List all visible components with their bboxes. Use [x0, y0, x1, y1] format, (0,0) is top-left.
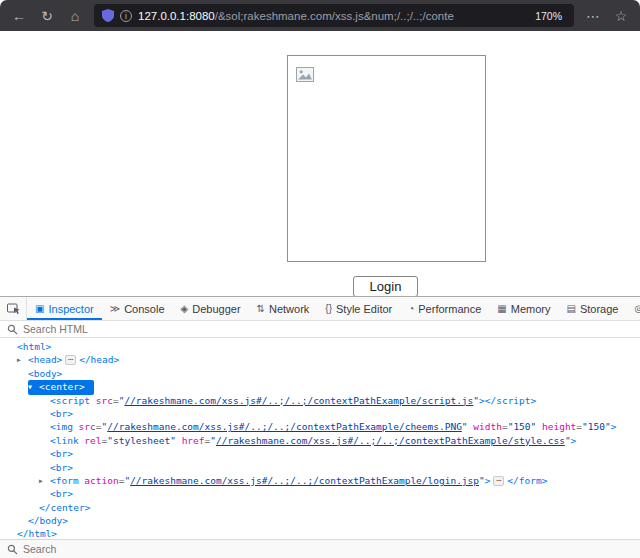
- tab-label: Performance: [418, 303, 481, 315]
- markup-view: <html>▶<head>⋯</head><body>▼<center><scr…: [0, 338, 640, 539]
- zoom-level-badge[interactable]: 170%: [531, 9, 566, 23]
- twisty-expanded-icon[interactable]: ▼: [28, 381, 39, 394]
- tab-label: Inspector: [48, 303, 93, 315]
- tab-accessibility[interactable]: ◎Accessibility: [626, 297, 640, 320]
- twisty-collapsed-icon[interactable]: ▶: [39, 475, 50, 488]
- search-html-placeholder: Search HTML: [23, 323, 88, 335]
- markup-line[interactable]: </body>: [0, 514, 640, 527]
- home-icon[interactable]: ⌂: [62, 4, 88, 28]
- tab-inspector[interactable]: ▣Inspector: [27, 297, 102, 320]
- markup-token-tag: </center>: [39, 502, 90, 513]
- markup-token-tag: <link: [50, 435, 79, 446]
- markup-line[interactable]: <link rel="stylesheet" href="//rakeshman…: [0, 434, 640, 447]
- tab-label: Style Editor: [336, 303, 392, 315]
- url-text[interactable]: 127.0.0.1:8080/&sol;rakeshmane.com/xss.j…: [138, 10, 525, 22]
- markup-search-bar[interactable]: Search HTML: [0, 321, 640, 338]
- markup-token-attr: src: [73, 421, 96, 432]
- markup-token-tag: <body>: [28, 368, 62, 379]
- markup-token-attr: rel: [79, 435, 102, 446]
- markup-token-val: 150: [588, 421, 605, 432]
- search-icon: [7, 544, 18, 555]
- markup-line[interactable]: </html>: [0, 527, 640, 539]
- tab-console[interactable]: ≫Console: [102, 297, 173, 320]
- console-icon: ≫: [110, 303, 120, 314]
- devtools-bottom-search-bar[interactable]: Search: [0, 539, 640, 558]
- markup-token-tag: </body>: [28, 515, 68, 526]
- markup-token-val: 150: [513, 421, 530, 432]
- markup-token-link[interactable]: //rakeshmane.com/xss.js#/..;/..;/context…: [216, 435, 565, 446]
- tab-debugger[interactable]: ◈Debugger: [173, 297, 249, 320]
- markup-token-attr: src: [90, 395, 113, 406]
- markup-line[interactable]: <br>: [0, 447, 640, 460]
- markup-token-tag: <script: [50, 395, 90, 406]
- markup-token-tag: <html>: [17, 341, 51, 352]
- collapsed-content-badge[interactable]: ⋯: [493, 476, 504, 486]
- devtools-panel: ▣Inspector≫Console◈Debugger⇅Network{}Sty…: [0, 296, 640, 558]
- markup-line[interactable]: <html>: [0, 340, 640, 353]
- markup-line[interactable]: <script src="//rakeshmane.com/xss.js#/..…: [0, 394, 640, 407]
- markup-line[interactable]: </center>: [0, 501, 640, 514]
- tab-label: Debugger: [192, 303, 240, 315]
- tab-storage[interactable]: ▤Storage: [558, 297, 626, 320]
- markup-token-tag: <img: [50, 421, 73, 432]
- markup-line[interactable]: <br>: [0, 487, 640, 500]
- debugger-icon: ◈: [181, 303, 189, 314]
- markup-line[interactable]: ▼<center>: [0, 380, 640, 393]
- reload-icon[interactable]: ↻: [34, 4, 60, 28]
- broken-image-box: [287, 55, 486, 262]
- markup-line[interactable]: <br>: [0, 461, 640, 474]
- node-picker-icon[interactable]: [0, 297, 27, 320]
- tab-label: Network: [269, 303, 309, 315]
- url-bar[interactable]: i 127.0.0.1:8080/&sol;rakeshmane.com/xss…: [94, 4, 574, 27]
- tab-memory[interactable]: ▦Memory: [489, 297, 558, 320]
- markup-line[interactable]: <body>: [0, 367, 640, 380]
- markup-token-attr: href: [176, 435, 205, 446]
- markup-line[interactable]: ▶<form action="//rakeshmane.com/xss.js#/…: [0, 474, 640, 487]
- markup-token-tag: <form: [50, 475, 79, 486]
- markup-line[interactable]: ▶<head>⋯</head>: [0, 353, 640, 366]
- markup-token-attr: width: [468, 421, 502, 432]
- collapsed-content-badge[interactable]: ⋯: [65, 355, 76, 365]
- twisty-collapsed-icon[interactable]: ▶: [17, 354, 28, 367]
- performance-icon: ◔: [408, 303, 414, 314]
- url-path: /&sol;rakeshmane.com/xss.js&num;/..;/..;…: [215, 10, 454, 22]
- url-domain: 127.0.0.1:8080: [138, 10, 215, 22]
- bottom-search-label: Search: [23, 543, 56, 555]
- markup-token-tag: >: [571, 435, 577, 446]
- devtools-tabbar-tabs: ▣Inspector≫Console◈Debugger⇅Network{}Sty…: [27, 297, 640, 320]
- browser-window: ← ↻ ⌂ i 127.0.0.1:8080/&sol;rakeshmane.c…: [0, 0, 640, 558]
- bookmark-star-icon[interactable]: ☆: [608, 4, 634, 28]
- markup-line[interactable]: <br>: [0, 407, 640, 420]
- markup-token-link[interactable]: //rakeshmane.com/xss.js#/..;/..;/context…: [107, 421, 462, 432]
- login-button[interactable]: Login: [353, 276, 418, 297]
- tab-label: Storage: [580, 303, 619, 315]
- tab-performance[interactable]: ◔Performance: [400, 297, 489, 320]
- markup-token-attr: height: [536, 421, 576, 432]
- style-editor-icon: {}: [325, 303, 332, 314]
- markup-token-tag: <head>: [28, 354, 62, 365]
- markup-line[interactable]: <img src="//rakeshmane.com/xss.js#/..;/.…: [0, 420, 640, 433]
- storage-icon: ▤: [566, 303, 575, 314]
- markup-token-tag: <center>: [39, 381, 85, 392]
- markup-token-tag: <br>: [50, 488, 73, 499]
- network-icon: ⇅: [257, 303, 265, 314]
- markup-token-tag: <br>: [50, 462, 73, 473]
- overflow-menu-icon[interactable]: ⋯: [580, 4, 606, 28]
- markup-token-tag: >: [611, 421, 617, 432]
- markup-token-tag: </form>: [507, 475, 547, 486]
- tracking-protection-shield-icon[interactable]: [102, 9, 114, 22]
- markup-token-link[interactable]: //rakeshmane.com/xss.js#/..;/..;/context…: [124, 395, 473, 406]
- markup-token-tag: >: [485, 475, 491, 486]
- broken-image-icon: [296, 67, 314, 86]
- tab-network[interactable]: ⇅Network: [249, 297, 318, 320]
- markup-token-tag: <br>: [50, 408, 73, 419]
- markup-token-tag: </html>: [17, 528, 57, 539]
- markup-token-val: stylesheet: [113, 435, 170, 446]
- site-info-icon[interactable]: i: [120, 10, 132, 22]
- markup-token-tag: </script>: [485, 395, 536, 406]
- tab-style-editor[interactable]: {}Style Editor: [317, 297, 400, 320]
- back-icon[interactable]: ←: [6, 4, 32, 28]
- memory-icon: ▦: [497, 303, 506, 314]
- page-content: Login: [0, 31, 640, 296]
- markup-token-link[interactable]: //rakeshmane.com/xss.js#/..;/..;/context…: [130, 475, 479, 486]
